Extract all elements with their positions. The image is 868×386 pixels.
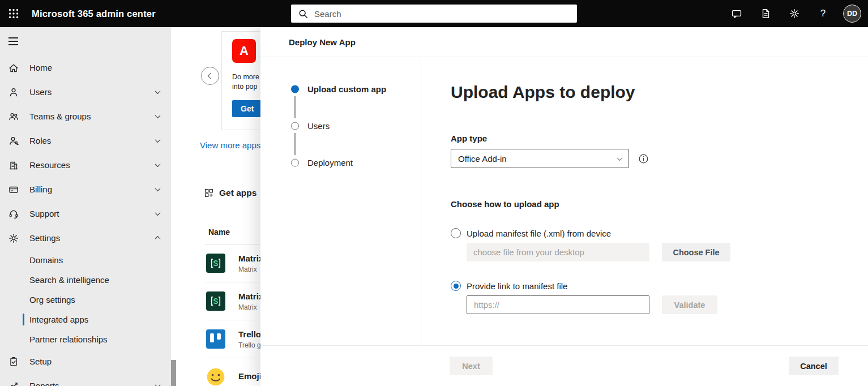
help-button[interactable]: ? xyxy=(809,0,837,27)
sidebar-item-setup[interactable]: Setup xyxy=(0,349,171,374)
sidebar-item-roles[interactable]: Roles xyxy=(0,128,171,153)
sidebar-item-label: Users xyxy=(29,87,156,97)
chart-icon xyxy=(8,380,19,386)
chevron-down-icon xyxy=(155,113,161,118)
chevron-down-icon xyxy=(155,210,161,216)
chevron-down-icon xyxy=(155,137,161,143)
sidebar-item-partner-relationships[interactable]: Partner relationships xyxy=(0,329,171,349)
building-icon xyxy=(8,160,19,171)
chevron-down-icon xyxy=(617,155,623,161)
carousel-previous-button[interactable] xyxy=(201,67,219,85)
home-icon xyxy=(8,62,19,74)
sidebar-item-label: Resources xyxy=(29,160,156,170)
gear-icon xyxy=(8,233,19,244)
whats-new-button[interactable] xyxy=(751,0,780,27)
nav-collapse-button[interactable] xyxy=(0,27,171,55)
promo-text: Do more into pop xyxy=(232,72,259,92)
sidebar-item-settings[interactable]: Settings xyxy=(0,226,171,250)
step-pending-dot-icon xyxy=(291,158,299,166)
headset-icon xyxy=(8,208,19,220)
step-users[interactable]: Users xyxy=(291,121,330,131)
app-launcher-button[interactable] xyxy=(0,0,27,27)
radio-link[interactable] xyxy=(451,281,461,291)
sidebar-item-org-settings[interactable]: Org settings xyxy=(0,290,171,310)
waffle-icon xyxy=(8,8,19,19)
sidebar-item-label: Support xyxy=(29,209,156,218)
feedback-button[interactable] xyxy=(722,0,751,27)
chevron-left-icon xyxy=(208,72,214,79)
sidebar-item-label: Roles xyxy=(29,136,156,145)
sidebar-item-label: Reports xyxy=(29,381,156,386)
panel-footer: Next Cancel xyxy=(260,345,868,386)
option-upload-from-device[interactable]: Upload manifest file (.xml) from device xyxy=(451,228,868,238)
info-icon[interactable] xyxy=(638,153,649,164)
matrix-app-icon xyxy=(206,254,225,273)
sidebar-item-label: Home xyxy=(29,63,160,72)
choose-file-button[interactable]: Choose File xyxy=(662,243,730,261)
app-publisher: Trello g xyxy=(238,341,261,349)
next-button[interactable]: Next xyxy=(450,357,493,375)
sidebar-item-label: Setup xyxy=(29,357,160,366)
app-type-value: Office Add-in xyxy=(458,154,507,164)
cancel-button[interactable]: Cancel xyxy=(789,357,839,375)
sidebar-item-label: Domains xyxy=(29,255,63,265)
validate-button[interactable]: Validate xyxy=(662,295,717,314)
sidebar-item-support[interactable]: Support xyxy=(0,201,171,226)
search-box[interactable]: Search xyxy=(291,5,577,23)
view-more-apps-link[interactable]: View more apps xyxy=(200,140,260,150)
sidebar-item-teams-groups[interactable]: Teams & groups xyxy=(0,104,171,128)
clipboard-check-icon xyxy=(8,356,19,367)
chevron-up-icon xyxy=(155,236,161,242)
wizard-steps: Upload custom app Users Deployment xyxy=(260,57,421,345)
app-type-dropdown[interactable]: Office Add-in xyxy=(451,149,629,168)
panel-title: Deploy New App xyxy=(260,27,868,57)
sidebar-item-label: Search & intelligence xyxy=(29,275,109,285)
sidebar-item-resources[interactable]: Resources xyxy=(0,153,171,177)
sidebar-item-billing[interactable]: Billing xyxy=(0,177,171,201)
file-path-input[interactable] xyxy=(467,243,649,261)
people-icon xyxy=(8,111,19,122)
step-connector xyxy=(294,96,296,118)
trello-app-icon xyxy=(206,329,225,349)
app-title: Microsoft 365 admin center xyxy=(32,8,156,19)
feedback-icon xyxy=(731,8,742,19)
credit-card-icon xyxy=(8,184,19,195)
sidebar-item-label: Partner relationships xyxy=(29,334,108,344)
search-icon xyxy=(298,9,308,19)
app-name: Matrix xyxy=(238,254,263,264)
topbar-actions: ? DD xyxy=(722,0,868,27)
chevron-down-icon xyxy=(155,161,161,167)
step-deployment[interactable]: Deployment xyxy=(291,158,353,168)
search-placeholder: Search xyxy=(314,9,341,19)
step-upload-custom-app[interactable]: Upload custom app xyxy=(291,84,386,94)
sidebar-item-label: Billing xyxy=(29,185,156,194)
step-connector xyxy=(294,133,296,155)
sidebar-item-label: Settings xyxy=(29,233,156,243)
step-pending-dot-icon xyxy=(291,122,299,130)
sidebar-item-reports[interactable]: Reports xyxy=(0,374,171,386)
manifest-link-input[interactable] xyxy=(467,295,649,314)
matrix-app-icon xyxy=(206,291,225,311)
sidebar: Home Users Teams & groups Roles xyxy=(0,27,171,386)
sidebar-item-home[interactable]: Home xyxy=(0,55,171,80)
app-type-label: App type xyxy=(451,134,868,143)
app-publisher: Matrix xyxy=(238,265,263,273)
get-apps-icon xyxy=(204,188,214,198)
sidebar-item-search-intelligence[interactable]: Search & intelligence xyxy=(0,270,171,290)
sidebar-item-label: Integrated apps xyxy=(29,315,88,324)
topbar: Microsoft 365 admin center Search xyxy=(0,0,868,27)
sidebar-item-label: Teams & groups xyxy=(29,111,156,121)
sidebar-item-integrated-apps[interactable]: Integrated apps xyxy=(0,310,171,329)
option-provide-link[interactable]: Provide link to manifest file xyxy=(451,281,868,291)
page-scrollbar-thumb[interactable] xyxy=(171,360,176,386)
sidebar-item-users[interactable]: Users xyxy=(0,80,171,104)
sidebar-item-label: Org settings xyxy=(29,295,75,304)
get-apps-button[interactable]: Get apps xyxy=(204,188,256,198)
settings-button[interactable] xyxy=(780,0,809,27)
avatar[interactable]: DD xyxy=(843,5,861,23)
adobe-acrobat-icon: A xyxy=(232,39,256,63)
sidebar-item-domains[interactable]: Domains xyxy=(0,250,171,270)
radio-device[interactable] xyxy=(451,228,461,238)
app-name: Trello xyxy=(238,329,261,340)
emoji-app-icon xyxy=(206,367,225,386)
